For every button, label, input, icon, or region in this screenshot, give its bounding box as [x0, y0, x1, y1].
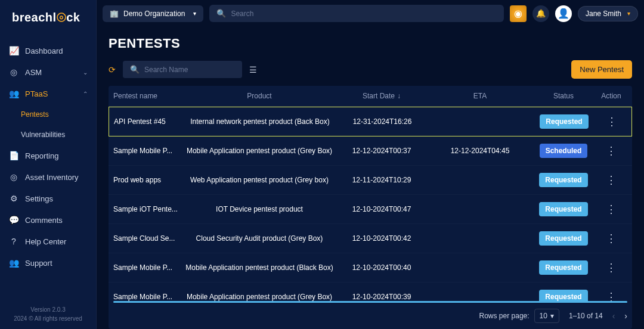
col-start-date[interactable]: Start Date ↓ — [334, 92, 429, 100]
cell-start: 12-31-2024T16:26 — [335, 117, 430, 126]
cell-status: Requested — [531, 202, 596, 216]
sidebar: breachl⦾ck 📈Dashboard◎ASM⌄👥PTaaS⌃Pentest… — [0, 0, 97, 329]
filter-button[interactable]: ☰ — [249, 65, 257, 75]
status-badge: Requested — [539, 173, 587, 187]
cell-name: Prod web apps — [113, 176, 185, 184]
rows-per-page-label: Rows per page: — [479, 312, 530, 320]
help-center-icon: ? — [8, 237, 19, 246]
sidebar-item-settings[interactable]: ⚙Settings — [0, 188, 96, 209]
table-row[interactable]: API Pentest #45Internal network pentest … — [109, 107, 632, 136]
sidebar-item-ptaas[interactable]: 👥PTaaS⌃ — [0, 83, 96, 104]
cell-action: ⋮ — [596, 233, 626, 244]
version-footer: Version 2.0.3 2024 © All rights reserved — [0, 299, 96, 329]
sidebar-item-support[interactable]: 👥Support — [0, 252, 96, 274]
cell-name: Sample Mobile P... — [113, 147, 185, 155]
sidebar-item-comments[interactable]: 💬Comments — [0, 209, 96, 231]
page-title: PENTESTS — [109, 36, 632, 51]
sidebar-item-vulnerabilities[interactable]: Vulnerabilities — [0, 125, 96, 145]
next-page-button[interactable]: › — [624, 311, 627, 321]
sidebar-item-dashboard[interactable]: 📈Dashboard — [0, 40, 96, 61]
sidebar-item-label: Reporting — [25, 151, 58, 160]
sidebar-item-help-center[interactable]: ?Help Center — [0, 231, 96, 252]
bell-icon: 🔔 — [536, 9, 546, 18]
sidebar-item-label: PTaaS — [25, 89, 48, 98]
cell-name: Sample Mobile P... — [113, 263, 185, 272]
nav: 📈Dashboard◎ASM⌄👥PTaaS⌃PentestsVulnerabil… — [0, 35, 96, 299]
sidebar-item-label: Comments — [25, 216, 63, 225]
user-name: Jane Smith — [586, 10, 621, 18]
org-label: Demo Organization — [123, 10, 185, 18]
new-pentest-button[interactable]: New Pentest — [571, 60, 632, 79]
sidebar-item-asset-inventory[interactable]: ◎Asset Inventory — [0, 166, 96, 188]
chevron-down-icon: ⌄ — [83, 69, 88, 76]
sidebar-item-label: Dashboard — [25, 46, 63, 55]
comments-icon: 💬 — [8, 215, 19, 225]
asset-inventory-icon: ◎ — [8, 172, 19, 182]
col-product[interactable]: Product — [185, 92, 334, 100]
table-search-input[interactable] — [144, 66, 235, 74]
table-row[interactable]: Sample iOT Pente...IOT Device pentest pr… — [109, 195, 632, 224]
cell-name: Sample Mobile P... — [113, 293, 185, 301]
notifications-button[interactable]: 🔔 — [532, 5, 549, 22]
row-actions-button[interactable]: ⋮ — [606, 291, 617, 301]
table-row[interactable]: Sample Mobile P...Mobile Application pen… — [109, 283, 632, 301]
cell-product: Web Application pentest product (Grey bo… — [185, 176, 334, 184]
brand-logo: breachl⦾ck — [0, 0, 96, 35]
chevron-down-icon: ▾ — [550, 312, 554, 320]
avatar[interactable]: 👤 — [555, 5, 572, 22]
row-actions-button[interactable]: ⋮ — [606, 203, 617, 215]
cell-status: Requested — [531, 231, 596, 246]
status-badge: Requested — [539, 231, 587, 246]
sidebar-item-label: ASM — [25, 68, 42, 77]
refresh-button[interactable]: ⟳ — [109, 65, 116, 75]
col-status[interactable]: Status — [531, 92, 596, 100]
search-icon: 🔍 — [130, 65, 140, 74]
toolbar: ⟳ 🔍 ☰ New Pentest — [109, 60, 632, 79]
row-actions-button[interactable]: ⋮ — [606, 232, 617, 244]
user-menu[interactable]: Jane Smith ▾ — [578, 6, 638, 21]
cell-status: Scheduled — [531, 144, 596, 158]
table-header: Pentest name Product Start Date ↓ ETA St… — [109, 86, 632, 107]
sidebar-item-label: Settings — [25, 194, 53, 203]
cell-action: ⋮ — [596, 291, 626, 301]
building-icon: 🏢 — [110, 10, 119, 18]
table-search[interactable]: 🔍 — [123, 61, 242, 78]
sidebar-item-asm[interactable]: ◎ASM⌄ — [0, 61, 96, 83]
chevron-down-icon: ▾ — [627, 10, 630, 17]
sidebar-item-pentests[interactable]: Pentests — [0, 104, 96, 125]
table-row[interactable]: Sample Cloud Se...Cloud Security Audit p… — [109, 224, 632, 253]
cell-product: Mobile Application pentest product (Blac… — [185, 263, 334, 272]
cell-eta: 12-12-2024T04:45 — [429, 147, 531, 155]
sidebar-item-reporting[interactable]: 📄Reporting — [0, 145, 96, 166]
cell-action: ⋮ — [596, 145, 626, 156]
dashboard-icon: 📈 — [8, 46, 19, 55]
row-actions-button[interactable]: ⋮ — [606, 116, 617, 128]
sidebar-item-label: Vulnerabilities — [21, 131, 65, 139]
settings-icon: ⚙ — [8, 194, 19, 203]
asm-icon: ◎ — [8, 67, 19, 77]
row-actions-button[interactable]: ⋮ — [606, 174, 617, 186]
cell-start: 12-12-2024T00:37 — [334, 147, 429, 155]
fingerprint-icon[interactable]: ◉ — [510, 5, 527, 22]
global-search[interactable]: 🔍 — [209, 5, 504, 22]
cell-start: 12-10-2024T00:40 — [334, 263, 429, 272]
col-eta[interactable]: ETA — [429, 92, 531, 100]
page-size-select[interactable]: 10 ▾ — [534, 309, 559, 323]
prev-page-button[interactable]: ‹ — [612, 311, 615, 321]
row-actions-button[interactable]: ⋮ — [606, 145, 617, 157]
table-row[interactable]: Sample Mobile P...Mobile Application pen… — [109, 253, 632, 283]
global-search-input[interactable] — [231, 10, 497, 18]
support-icon: 👥 — [8, 258, 19, 268]
cell-name: API Pentest #45 — [114, 117, 185, 126]
table-row[interactable]: Sample Mobile P...Mobile Application pen… — [109, 136, 632, 166]
sort-down-icon: ↓ — [397, 92, 401, 100]
table-row[interactable]: Prod web appsWeb Application pentest pro… — [109, 166, 632, 195]
sidebar-item-label: Help Center — [25, 237, 66, 246]
cell-status: Requested — [531, 114, 597, 129]
cell-start: 12-10-2024T00:47 — [334, 205, 429, 213]
user-icon: 👤 — [558, 8, 569, 19]
row-actions-button[interactable]: ⋮ — [606, 262, 617, 274]
cell-product: Mobile Application pentest product (Grey… — [185, 147, 334, 155]
org-select[interactable]: 🏢 Demo Organization ▾ — [103, 5, 203, 22]
col-pentest-name[interactable]: Pentest name — [113, 92, 185, 100]
